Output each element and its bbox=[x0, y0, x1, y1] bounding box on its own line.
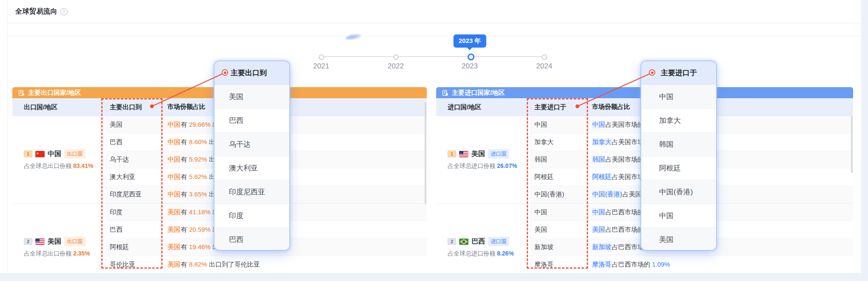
share-hl: 美国 bbox=[167, 261, 181, 268]
import-table-scrollbar[interactable] bbox=[851, 116, 853, 173]
share-pct: 8.60% bbox=[189, 138, 207, 145]
share-text: 占巴西市场 bbox=[612, 243, 644, 250]
flag-us-icon bbox=[35, 238, 45, 245]
global-share-line: 占全球总进口份额 26.07% bbox=[448, 162, 531, 170]
year-slider-track[interactable] bbox=[321, 56, 544, 57]
year-label[interactable]: 2021 bbox=[302, 62, 340, 71]
global-share-value: 2.35% bbox=[73, 250, 90, 257]
share-pct: 5.92% bbox=[189, 156, 207, 163]
year-slider-stop[interactable] bbox=[468, 54, 474, 60]
import-source-column-highlight bbox=[527, 98, 588, 269]
share-hl: 美国 bbox=[167, 243, 181, 250]
global-share-value: 8.26% bbox=[497, 250, 514, 257]
share-text: 有 bbox=[181, 243, 189, 250]
country-type-badge: 进口国 bbox=[488, 237, 509, 246]
page-right-strip bbox=[861, 0, 868, 281]
market-share-cell: 中国有 29.66% 出口到了美国 bbox=[163, 121, 427, 129]
popup-item: 美国 bbox=[641, 227, 716, 251]
share-pct: 8.82% bbox=[189, 261, 207, 268]
share-pct: 20.59% bbox=[189, 226, 211, 233]
share-text: 占巴西市场的 bbox=[605, 226, 644, 233]
market-share-cell: 美国有 20.59% 出口到了巴西 bbox=[163, 226, 427, 234]
share-text: 占美国市场 bbox=[612, 138, 644, 145]
share-pct: 29.66% bbox=[189, 121, 211, 128]
share-text: 占美国市场 bbox=[612, 173, 644, 180]
share-hl: 新加坡 bbox=[592, 243, 612, 250]
export-popup-anchor-dot bbox=[222, 69, 228, 76]
import-table-title: 主要进口国家/地区 bbox=[452, 89, 505, 97]
country-group-heading: 2巴西进口国 bbox=[448, 237, 531, 246]
export-destination-column-highlight bbox=[101, 98, 163, 269]
rank-badge: 1 bbox=[448, 150, 456, 157]
export-destination-popup: 主要出口到 美国巴西乌干达澳大利亚印度尼西亚印度巴西 bbox=[214, 60, 290, 251]
share-hl: 美国 bbox=[167, 226, 181, 233]
share-hl: 美国 bbox=[592, 226, 605, 233]
card-top-border bbox=[8, 36, 861, 36]
share-hl: 韩国 bbox=[592, 156, 605, 163]
page-bottom-strip bbox=[0, 273, 868, 281]
page-left-border bbox=[7, 0, 8, 272]
flag-br-icon bbox=[459, 238, 468, 245]
share-text: 占美国市场的 bbox=[605, 156, 644, 163]
share-text: 出口到了哥伦比亚 bbox=[207, 261, 260, 268]
share-text: 有 bbox=[181, 121, 189, 128]
market-share-cell: 美国有 41.18% 出口到了印度 bbox=[163, 208, 427, 216]
info-icon[interactable]: ! bbox=[60, 8, 68, 15]
share-hl: 中国 bbox=[167, 156, 181, 163]
year-slider-stop[interactable] bbox=[542, 54, 547, 60]
market-share-cell: 中国有 8.60% 出口到了巴西 bbox=[163, 138, 427, 146]
country-group-cell: 2巴西进口国占全球总进口份额 8.26% bbox=[436, 204, 531, 269]
share-text: 有 bbox=[181, 226, 189, 233]
year-label[interactable]: 2024 bbox=[525, 62, 563, 71]
page-title: 全球贸易流向 bbox=[15, 7, 57, 16]
share-text: 有 bbox=[181, 156, 189, 163]
popup-item: 中国 bbox=[641, 85, 716, 108]
share-hl: 中国 bbox=[592, 121, 605, 128]
popup-item: 美国 bbox=[214, 85, 289, 108]
share-text: 有 bbox=[181, 138, 189, 145]
share-hl: 中国 bbox=[592, 208, 605, 216]
market-share-cell: 中国有 5.62% 出口到了澳大利亚 bbox=[163, 173, 427, 181]
country-group-cell: 1美国进口国占全球总进口份额 26.07% bbox=[436, 116, 531, 203]
year-label[interactable]: 2022 bbox=[377, 62, 415, 71]
country-name: 美国 bbox=[48, 237, 61, 246]
rank-badge: 2 bbox=[24, 238, 32, 245]
market-share-cell: 中国有 5.92% 出口到了乌干达 bbox=[163, 156, 427, 164]
country-type-badge: 出口国 bbox=[64, 237, 86, 246]
share-text: 占巴西市场的 bbox=[612, 261, 652, 268]
share-pct: 19.46% bbox=[189, 243, 211, 250]
share-text: 有 bbox=[181, 173, 189, 180]
global-share-line: 占全球总出口份额 83.41% bbox=[24, 162, 106, 170]
col-import-market-share: 市场份额占比 bbox=[588, 103, 853, 111]
market-share-cell: 美国有 19.46% 出口到了阿根廷 bbox=[163, 243, 427, 251]
export-table-scrollbar[interactable] bbox=[425, 102, 426, 204]
popup-item: 加拿大 bbox=[641, 108, 716, 132]
market-share-cell: 摩洛哥占巴西市场的 1.09% bbox=[588, 261, 853, 269]
year-slider-stop[interactable] bbox=[319, 54, 324, 60]
share-pct: 5.62% bbox=[189, 173, 207, 180]
year-slider-stop[interactable] bbox=[393, 54, 399, 60]
market-share-cell: 阿根廷占美国市场 bbox=[588, 173, 853, 181]
global-share-line: 占全球总出口份额 2.35% bbox=[24, 250, 106, 258]
share-text: 有 bbox=[181, 261, 189, 268]
country-type-badge: 进口国 bbox=[488, 149, 509, 159]
popup-item: 乌干达 bbox=[214, 132, 289, 156]
trade-flow-dashboard: 全球贸易流向 ! 2021202220232024 2023 年 主要出口国家/… bbox=[0, 0, 868, 281]
market-share-cell: 新加坡占巴西市场 bbox=[588, 243, 853, 251]
share-hl: 中国 bbox=[167, 138, 181, 145]
share-text: 有 bbox=[181, 208, 189, 216]
country-group-cell: 1中国出口国占全球总出口份额 83.41% bbox=[12, 116, 106, 203]
market-share-cell: 韩国占美国市场的 bbox=[588, 156, 853, 164]
global-share-value: 26.07% bbox=[497, 162, 517, 169]
popup-item: 中国(香港) bbox=[641, 180, 716, 204]
col-import-country: 进口国/地区 bbox=[436, 102, 531, 112]
market-share-cell: 美国有 8.82% 出口到了哥伦比亚 bbox=[163, 261, 427, 269]
country-group-cell: 2美国出口国占全球总出口份额 2.35% bbox=[12, 204, 106, 269]
share-text: 占美国市场的 bbox=[605, 121, 644, 128]
country-type-badge: 出口国 bbox=[64, 149, 86, 159]
year-label[interactable]: 2023 bbox=[451, 62, 489, 71]
share-text: 占巴西市场的 bbox=[605, 208, 644, 216]
flag-cn-icon bbox=[35, 151, 45, 157]
section-header: 全球贸易流向 ! bbox=[8, 0, 861, 23]
import-source-popup: 主要进口于 中国加拿大韩国阿根廷中国(香港)中国美国 bbox=[640, 60, 717, 251]
